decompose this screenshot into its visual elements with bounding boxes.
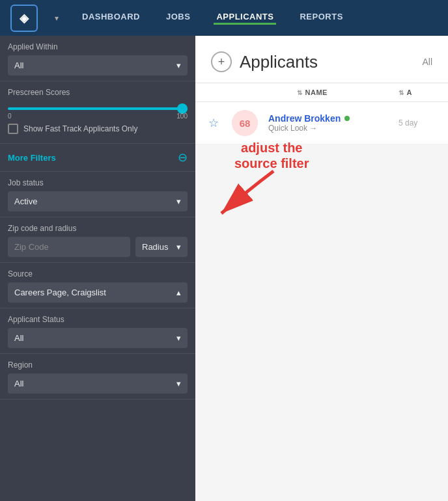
zip-code-input[interactable]: [8, 237, 130, 257]
sort-icon: ⇅: [399, 89, 404, 96]
chevron-up-icon: ▴: [176, 288, 181, 297]
zip-radius-section: Zip code and radius Radius ▾: [0, 217, 195, 263]
prescreen-section: Prescreen Scores 0 100 Show Fast Track A…: [0, 81, 195, 144]
main-content: + Applicants All ⇅ NAME ⇅ A ☆: [195, 36, 448, 501]
th-name-sort[interactable]: ⇅ NAME: [297, 88, 388, 96]
table-row: ☆ 68 Andrew Brokken Quick Look → 5 day: [195, 102, 448, 144]
chevron-down-icon: ▾: [176, 196, 181, 206]
sidebar: Applied Within All ▾ Prescreen Scores 0 …: [0, 36, 195, 501]
annotation-text: adjust the source filter: [234, 140, 309, 171]
applicant-info: Andrew Brokken Quick Look →: [268, 113, 388, 133]
chevron-down-icon: ▾: [176, 242, 181, 252]
minus-circle-icon[interactable]: ⊖: [178, 150, 188, 165]
fast-track-checkbox[interactable]: [8, 124, 18, 134]
zip-radius-row: Radius ▾: [8, 237, 188, 257]
job-status-select[interactable]: Active ▾: [8, 191, 188, 211]
applicants-header: + Applicants All: [195, 36, 448, 83]
top-navigation: ◈ ▾ DASHBOARD JOBS APPLICANTS REPORTS: [0, 0, 448, 36]
star-button[interactable]: ☆: [206, 116, 221, 130]
nav-applicants[interactable]: APPLICANTS: [214, 12, 276, 25]
nav-reports[interactable]: REPORTS: [297, 12, 345, 25]
region-section: Region All ▾: [0, 354, 195, 399]
annotation-arrow: [208, 165, 287, 223]
annotation-overlay: adjust the source filter: [234, 140, 309, 171]
source-select[interactable]: Careers Page, Craigslist ▴: [8, 282, 188, 303]
applied-within-label: Applied Within: [8, 42, 188, 51]
time-text: 5 day: [399, 118, 438, 128]
score-badge: 68: [232, 110, 258, 136]
th-extra-sort[interactable]: ⇅ A: [399, 88, 438, 96]
nav-dashboard[interactable]: DASHBOARD: [79, 12, 143, 25]
job-status-label: Job status: [8, 178, 188, 187]
prescreen-label: Prescreen Scores: [8, 88, 188, 97]
fast-track-row: Show Fast Track Applicants Only: [8, 120, 188, 138]
logo[interactable]: ◈: [10, 5, 38, 32]
logo-chevron-icon: ▾: [55, 14, 59, 23]
region-label: Region: [8, 360, 188, 370]
sort-icon: ⇅: [297, 89, 303, 96]
applied-within-section: Applied Within All ▾: [0, 36, 195, 81]
chevron-down-icon: ▾: [176, 61, 181, 70]
filter-badge: All: [422, 57, 432, 67]
source-label: Source: [8, 269, 188, 278]
source-section: Source Careers Page, Craigslist ▴: [0, 263, 195, 308]
prescreen-slider[interactable]: [8, 107, 188, 110]
online-status-dot: [344, 116, 350, 121]
radius-select[interactable]: Radius ▾: [135, 237, 188, 257]
nav-links: DASHBOARD JOBS APPLICANTS REPORTS: [79, 12, 346, 25]
zip-radius-label: Zip code and radius: [8, 224, 188, 233]
chevron-down-icon: ▾: [176, 333, 181, 343]
applicant-status-select[interactable]: All ▾: [8, 328, 188, 348]
applied-within-select[interactable]: All ▾: [8, 55, 188, 75]
fast-track-label: Show Fast Track Applicants Only: [23, 124, 137, 133]
applicant-status-label: Applicant Status: [8, 315, 188, 324]
page-title: Applicants: [240, 52, 414, 72]
job-status-section: Job status Active ▾: [0, 172, 195, 217]
quick-look-link[interactable]: Quick Look →: [268, 124, 388, 133]
applicant-status-section: Applicant Status All ▾: [0, 308, 195, 354]
region-select[interactable]: All ▾: [8, 373, 188, 394]
applicants-table: ⇅ NAME ⇅ A ☆ 68 Andrew Brokken: [195, 83, 448, 144]
main-layout: Applied Within All ▾ Prescreen Scores 0 …: [0, 36, 448, 501]
add-applicant-button[interactable]: +: [211, 51, 232, 72]
applicant-name[interactable]: Andrew Brokken: [268, 113, 388, 124]
more-filters-label[interactable]: More Filters: [8, 153, 56, 163]
more-filters-header[interactable]: More Filters ⊖: [0, 144, 195, 172]
nav-jobs[interactable]: JOBS: [163, 12, 193, 25]
chevron-down-icon: ▾: [176, 379, 181, 388]
table-header: ⇅ NAME ⇅ A: [195, 83, 448, 102]
